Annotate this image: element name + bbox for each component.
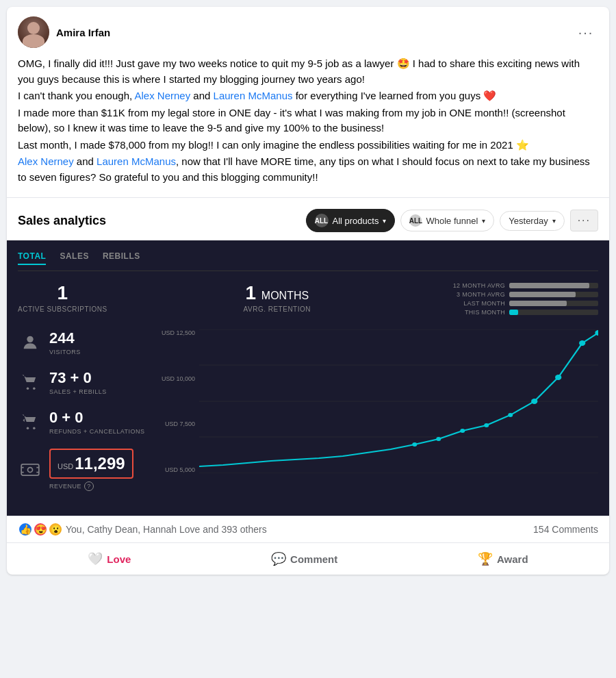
chart-y-labels: USD 12,500 USD 10,000 USD 7,500 USD 5,00… [155, 329, 199, 473]
avrg-retention-value: 1 MONTHS [244, 282, 311, 304]
svg-point-18 [555, 375, 561, 380]
revenue-stat: USD11,299 REVENUE ? [18, 449, 155, 491]
avatar [18, 16, 49, 48]
post-header: Amira Irfan ··· [7, 7, 609, 53]
award-button[interactable]: 🏆 Award [464, 546, 542, 572]
svg-point-0 [27, 336, 33, 342]
divider-1 [7, 197, 609, 198]
ret-bar-fill-last [509, 301, 567, 306]
post-body: OMG, I finally did it!!! Just gave my tw… [7, 53, 609, 194]
ret-bar-bg-3m [509, 292, 598, 297]
analytics-more-button[interactable]: ··· [570, 210, 598, 231]
svg-point-12 [412, 442, 417, 447]
revenue-box: USD11,299 [49, 449, 133, 479]
ret-bar-fill-this [509, 310, 518, 315]
post-line-5: Alex Nerney and Lauren McManus, now that… [18, 154, 598, 185]
refunds-stat: 0 + 0 REFUNDS + CANCELLATIONS [18, 409, 155, 435]
active-subscriptions-value: 1 [18, 282, 107, 304]
chart-label-7500: USD 7,500 [155, 420, 199, 427]
chevron-down-icon: ▾ [383, 217, 386, 225]
chart-label-10000: USD 10,000 [155, 375, 199, 382]
ret-row-last: LAST MONTH [447, 300, 598, 307]
svg-point-13 [436, 437, 441, 441]
award-label: Award [497, 553, 528, 565]
author-info: Amira Irfan [18, 16, 110, 48]
award-icon: 🏆 [478, 551, 493, 566]
visitors-value: 244 [49, 329, 81, 347]
comments-count: 154 Comments [533, 524, 598, 535]
ret-bar-fill-12m [509, 283, 589, 288]
ret-label-last: LAST MONTH [447, 300, 505, 307]
analytics-title: Sales analytics [18, 214, 106, 228]
more-options-button[interactable]: ··· [574, 20, 598, 45]
revenue-value: 11,299 [75, 454, 125, 473]
svg-point-19 [579, 340, 585, 346]
analytics-controls: ALL All products ▾ ALL Whole funnel ▾ Ye… [306, 209, 599, 232]
active-subscriptions-label: ACTIVE SUBSCRIPTIONS [18, 305, 107, 313]
money-icon [21, 460, 40, 479]
ret-bar-bg-this [509, 310, 598, 315]
sales-label: SALES + REBILLS [49, 388, 107, 395]
ret-label-3m: 3 MONTH AVRG [447, 291, 505, 298]
link-lauren-1[interactable]: Lauren McManus [214, 90, 293, 101]
person-icon [21, 333, 40, 352]
action-row: 🤍 Love 💬 Comment 🏆 Award [7, 543, 609, 575]
reactions-left: 👍 😍 😮 You, Cathy Dean, Hannah Love and 3… [18, 522, 267, 537]
all-products-badge: ALL [315, 214, 329, 227]
love-label: Love [107, 553, 131, 565]
svg-point-6 [28, 468, 33, 473]
chevron-down-icon-2: ▾ [482, 217, 485, 225]
svg-point-1 [27, 388, 29, 390]
ret-bar-fill-3m [509, 292, 576, 297]
reaction-emojis: 👍 😍 😮 [18, 522, 63, 537]
cart-plus-icon [18, 370, 42, 394]
visitors-icon [18, 330, 42, 355]
ret-row-this: THIS MONTH [447, 309, 598, 316]
visitors-label: VISITORS [49, 349, 81, 355]
comment-button[interactable]: 💬 Comment [257, 546, 351, 572]
visitors-stat: 244 VISITORS [18, 329, 155, 355]
reaction-text: You, Cathy Dean, Hannah Love and 393 oth… [66, 524, 267, 535]
post-line-4: Last month, I made $78,000 from my blog!… [18, 138, 598, 153]
link-alex-1[interactable]: Alex Nerney [135, 90, 191, 101]
yesterday-label: Yesterday [509, 216, 548, 226]
link-lauren-2[interactable]: Lauren McManus [97, 155, 176, 167]
love-button[interactable]: 🤍 Love [74, 546, 144, 572]
refunds-value: 0 + 0 [49, 409, 145, 427]
chart-label-12500: USD 12,500 [155, 329, 199, 336]
svg-point-17 [531, 399, 537, 404]
like-emoji: 👍 [18, 522, 33, 537]
love-icon: 🤍 [88, 551, 103, 566]
svg-point-15 [484, 423, 489, 427]
whole-funnel-badge: ALL [409, 214, 422, 227]
svg-point-16 [508, 413, 513, 417]
analytics-top-stats: 1 ACTIVE SUBSCRIPTIONS 1 MONTHS AVRG. RE… [18, 282, 598, 316]
tab-sales[interactable]: SALES [60, 251, 89, 265]
love-emoji: 😍 [33, 522, 48, 537]
avrg-retention-label: AVRG. RETENTION [244, 305, 311, 313]
refunds-label: REFUNDS + CANCELLATIONS [49, 428, 145, 435]
svg-point-2 [33, 388, 36, 390]
whole-funnel-dropdown[interactable]: ALL Whole funnel ▾ [400, 210, 494, 231]
yesterday-dropdown[interactable]: Yesterday ▾ [500, 211, 564, 231]
link-alex-2[interactable]: Alex Nerney [18, 155, 74, 167]
analytics-panel: TOTAL SALES REBILLS 1 ACTIVE SUBSCRIPTIO… [7, 240, 609, 516]
tab-total[interactable]: TOTAL [18, 251, 46, 265]
revenue-info: USD11,299 REVENUE ? [49, 449, 133, 491]
chevron-down-icon-3: ▾ [552, 217, 556, 225]
refunds-info: 0 + 0 REFUNDS + CANCELLATIONS [49, 409, 145, 435]
retention-bars: 12 MONTH AVRG 3 MONTH AVRG LAST MONTH [447, 282, 598, 316]
sales-info: 73 + 0 SALES + REBILLS [49, 369, 107, 395]
sales-value: 73 + 0 [49, 369, 107, 387]
tab-rebills[interactable]: REBILLS [103, 251, 140, 265]
chart-grid [199, 329, 598, 473]
sales-stat: 73 + 0 SALES + REBILLS [18, 369, 155, 395]
chart-label-5000: USD 5,000 [155, 466, 199, 473]
revenue-label: REVENUE [49, 483, 81, 490]
ret-label-this: THIS MONTH [447, 309, 505, 316]
visitors-info: 244 VISITORS [49, 329, 81, 355]
ret-label-12m: 12 MONTH AVRG [447, 282, 505, 289]
chart-svg [199, 329, 598, 473]
all-products-dropdown[interactable]: ALL All products ▾ [306, 209, 396, 232]
all-products-label: All products [333, 216, 379, 226]
